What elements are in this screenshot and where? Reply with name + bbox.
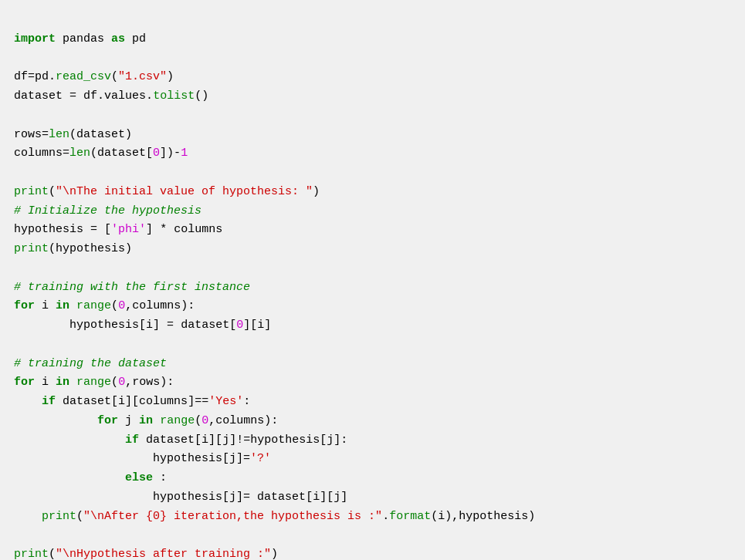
code-editor: import pandas as pd df=pd.read_csv("1.cs… bbox=[0, 0, 745, 560]
code-block: import pandas as pd df=pd.read_csv("1.cs… bbox=[14, 32, 535, 560]
